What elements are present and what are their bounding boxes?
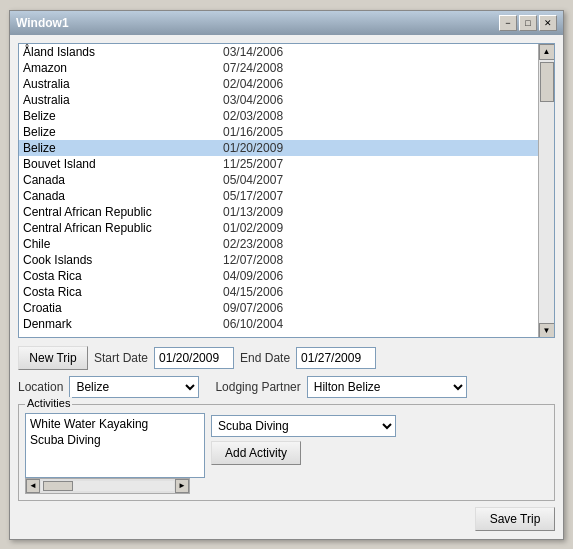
close-button[interactable]: ✕ (539, 15, 557, 31)
main-window: Window1 − □ ✕ Åland Islands03/14/2006Ama… (9, 10, 564, 540)
list-item[interactable]: Belize01/16/2005 (19, 124, 538, 140)
list-item[interactable]: Cook Islands12/07/2008 (19, 252, 538, 268)
horiz-scroll-track[interactable] (41, 481, 174, 491)
location-select[interactable]: Belize (69, 376, 199, 398)
list-item-date: 07/24/2008 (223, 61, 283, 75)
list-item-date: 03/14/2006 (223, 45, 283, 59)
activities-inner: White Water KayakingScuba Diving ◄ ► Scu… (25, 413, 548, 494)
list-item-date: 05/04/2007 (223, 173, 283, 187)
list-item[interactable]: Costa Rica04/09/2006 (19, 268, 538, 284)
scroll-thumb[interactable] (540, 62, 554, 102)
list-item-date: 09/07/2006 (223, 301, 283, 315)
start-date-label: Start Date (94, 351, 148, 365)
list-item[interactable]: Croatia09/07/2006 (19, 300, 538, 316)
activity-list-item[interactable]: Scuba Diving (28, 432, 202, 448)
scroll-track[interactable] (539, 60, 555, 323)
list-item-date: 04/15/2006 (223, 285, 283, 299)
lodging-select[interactable]: Hilton Belize (307, 376, 467, 398)
list-item[interactable]: Australia02/04/2006 (19, 76, 538, 92)
scroll-up-button[interactable]: ▲ (539, 44, 555, 60)
add-activity-button[interactable]: Add Activity (211, 441, 301, 465)
list-item[interactable]: Canada05/17/2007 (19, 188, 538, 204)
horiz-scrollbar[interactable]: ◄ ► (25, 478, 190, 494)
scroll-right-button[interactable]: ► (175, 479, 189, 493)
list-item[interactable]: Australia03/04/2006 (19, 92, 538, 108)
list-item-location: Central African Republic (23, 205, 223, 219)
list-item-location: Chile (23, 237, 223, 251)
list-item-location: Costa Rica (23, 285, 223, 299)
list-item-location: Costa Rica (23, 269, 223, 283)
list-item-location: Belize (23, 109, 223, 123)
list-item[interactable]: Costa Rica04/15/2006 (19, 284, 538, 300)
minimize-button[interactable]: − (499, 15, 517, 31)
end-date-input[interactable] (296, 347, 376, 369)
list-item-date: 02/23/2008 (223, 237, 283, 251)
list-item[interactable]: Belize01/20/2009 (19, 140, 538, 156)
activities-controls: Scuba Diving White Water Kayaking Add Ac… (211, 413, 396, 465)
maximize-button[interactable]: □ (519, 15, 537, 31)
activities-group-label: Activities (25, 397, 72, 409)
list-item-location: Central African Republic (23, 221, 223, 235)
list-item-location: Denmark (23, 317, 223, 331)
title-bar: Window1 − □ ✕ (10, 11, 563, 35)
list-item[interactable]: Chile02/23/2008 (19, 236, 538, 252)
list-item-location: Croatia (23, 301, 223, 315)
list-item[interactable]: Amazon07/24/2008 (19, 60, 538, 76)
lodging-label: Lodging Partner (215, 380, 300, 394)
scroll-left-button[interactable]: ◄ (26, 479, 40, 493)
horiz-scroll-thumb[interactable] (43, 481, 73, 491)
list-item-date: 05/17/2007 (223, 189, 283, 203)
new-trip-button[interactable]: New Trip (18, 346, 88, 370)
list-item-location: Amazon (23, 61, 223, 75)
list-item-date: 03/04/2006 (223, 93, 283, 107)
list-item-location: Australia (23, 77, 223, 91)
location-lodging-row: Location Belize Lodging Partner Hilton B… (18, 376, 555, 398)
list-item-date: 12/07/2008 (223, 253, 283, 267)
list-item-date: 01/16/2005 (223, 125, 283, 139)
save-trip-button[interactable]: Save Trip (475, 507, 555, 531)
list-item-location: Cook Islands (23, 253, 223, 267)
list-item-date: 02/03/2008 (223, 109, 283, 123)
list-scroll-area: Åland Islands03/14/2006Amazon07/24/2008A… (19, 44, 554, 338)
title-bar-controls: − □ ✕ (499, 15, 557, 31)
list-item-date: 01/02/2009 (223, 221, 283, 235)
trips-list-container[interactable]: Åland Islands03/14/2006Amazon07/24/2008A… (18, 43, 555, 338)
list-item[interactable]: Central African Republic01/13/2009 (19, 204, 538, 220)
activity-list-item[interactable]: White Water Kayaking (28, 416, 202, 432)
list-item-date: 01/20/2009 (223, 141, 283, 155)
list-item[interactable]: Åland Islands03/14/2006 (19, 44, 538, 60)
list-item[interactable]: Bouvet Island11/25/2007 (19, 156, 538, 172)
list-item-location: Belize (23, 125, 223, 139)
list-item[interactable]: Central African Republic01/02/2009 (19, 220, 538, 236)
end-date-label: End Date (240, 351, 290, 365)
activities-list-section: White Water KayakingScuba Diving ◄ ► (25, 413, 205, 494)
vertical-scrollbar[interactable]: ▲ ▼ (538, 44, 554, 338)
new-trip-row: New Trip Start Date End Date (18, 346, 555, 370)
list-item-date: 11/25/2007 (223, 157, 283, 171)
list-item-date: 01/13/2009 (223, 205, 283, 219)
scroll-down-button[interactable]: ▼ (539, 323, 555, 338)
list-item-date: 02/04/2006 (223, 77, 283, 91)
activities-list-box[interactable]: White Water KayakingScuba Diving (25, 413, 205, 478)
window-title: Window1 (16, 16, 69, 30)
list-item[interactable]: Canada05/04/2007 (19, 172, 538, 188)
list-item-location: Åland Islands (23, 45, 223, 59)
list-item-date: 04/09/2006 (223, 269, 283, 283)
list-item-location: Australia (23, 93, 223, 107)
bottom-row: Save Trip (18, 507, 555, 531)
activity-dropdown[interactable]: Scuba Diving White Water Kayaking (211, 415, 396, 437)
list-item-location: Canada (23, 173, 223, 187)
location-label: Location (18, 380, 63, 394)
list-item-location: Bouvet Island (23, 157, 223, 171)
list-item-date: 06/10/2004 (223, 317, 283, 331)
list-item[interactable]: Belize02/03/2008 (19, 108, 538, 124)
list-rows: Åland Islands03/14/2006Amazon07/24/2008A… (19, 44, 538, 338)
activities-group: Activities White Water KayakingScuba Div… (18, 404, 555, 501)
start-date-input[interactable] (154, 347, 234, 369)
list-item-location: Belize (23, 141, 223, 155)
window-content: Åland Islands03/14/2006Amazon07/24/2008A… (10, 35, 563, 539)
list-item-location: Canada (23, 189, 223, 203)
list-item[interactable]: Denmark06/10/2004 (19, 316, 538, 332)
